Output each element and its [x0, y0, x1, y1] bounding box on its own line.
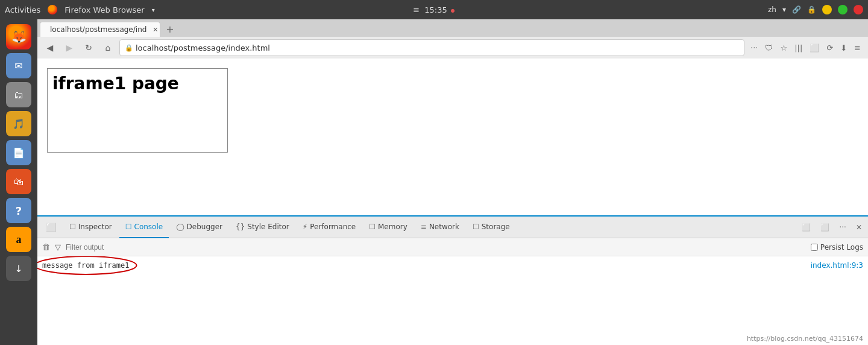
- console-label: Console: [134, 223, 163, 231]
- minimize-btn[interactable]: [822, 5, 832, 14]
- browser-window: localhost/postmessage/ind ✕ + ◀ ▶ ↻ ⌂ 🔒 …: [37, 19, 868, 345]
- lang-label[interactable]: zh: [768, 5, 776, 14]
- os-topbar-center: ≡ 15:35 ●: [413, 5, 455, 14]
- clock: 15:35: [424, 5, 447, 14]
- os-topbar-right: zh ▾ 🔗 🔒: [768, 5, 863, 14]
- inspector-label: Inspector: [78, 223, 112, 231]
- active-tab[interactable]: localhost/postmessage/ind ✕: [40, 22, 160, 37]
- console-content: message from iframe1 index.html:9:3 http…: [37, 256, 868, 345]
- close-btn[interactable]: [854, 5, 863, 14]
- tab-close-button[interactable]: ✕: [153, 26, 158, 34]
- devtools-panel: ⬜ ☐ Inspector ☐ Console ◯ Debugger {} St…: [37, 215, 868, 345]
- persist-logs-checkbox[interactable]: [811, 244, 818, 251]
- tab-inspector[interactable]: ☐ Inspector: [63, 217, 118, 238]
- memory-icon: ☐: [369, 223, 376, 231]
- storage-label: Storage: [482, 223, 510, 231]
- sidebar-item-help[interactable]: ?: [6, 198, 31, 223]
- storage-icon: ☐: [473, 223, 479, 231]
- home-button[interactable]: ⌂: [100, 40, 116, 55]
- navigation-bar: ◀ ▶ ↻ ⌂ 🔒 localhost/postmessage/index.ht…: [37, 37, 868, 59]
- filter-icon: ▽: [55, 242, 61, 252]
- lock-icon: 🔒: [807, 5, 816, 14]
- sidebar-item-amazon[interactable]: a: [6, 227, 31, 252]
- console-toolbar: 🗑 ▽ Persist Logs: [37, 238, 868, 256]
- sidebar-item-files[interactable]: 🗂: [6, 82, 31, 107]
- devtools-right-controls: ⬜ ⬜ ··· ✕: [798, 222, 866, 233]
- debugger-icon: ◯: [176, 223, 184, 231]
- style-editor-icon: {}: [236, 223, 245, 231]
- tab-network[interactable]: ≡ Network: [415, 217, 465, 238]
- sidebar: 🦊 ✉ 🗂 🎵 📄 🛍 ? a ↓: [0, 19, 37, 345]
- new-tab-button[interactable]: +: [163, 22, 177, 37]
- dropdown-arrow[interactable]: ▾: [152, 7, 155, 13]
- debugger-label: Debugger: [187, 223, 222, 231]
- dock-side-button[interactable]: ⬜: [817, 222, 833, 233]
- console-message-text: message from iframe1: [42, 261, 130, 270]
- sidebar-item-music[interactable]: 🎵: [6, 111, 31, 136]
- secure-icon: 🔒: [125, 44, 133, 52]
- bookmark-button[interactable]: ☆: [778, 42, 790, 54]
- persist-logs-control: Persist Logs: [811, 243, 863, 252]
- back-button[interactable]: ◀: [42, 40, 58, 55]
- reader-view-button[interactable]: ⬜: [807, 42, 822, 54]
- console-entry: message from iframe1 index.html:9:3: [42, 259, 863, 272]
- network-icon: 🔗: [792, 5, 801, 14]
- reload-button[interactable]: ↻: [81, 40, 96, 55]
- page-content: iframe1 page: [37, 59, 868, 215]
- tab-bar: localhost/postmessage/ind ✕ +: [37, 19, 868, 37]
- tab-storage[interactable]: ☐ Storage: [467, 217, 516, 238]
- sync-button[interactable]: ⟳: [824, 42, 835, 54]
- devtools-toggle-button[interactable]: ⬜: [40, 217, 62, 238]
- recording-dot: ●: [451, 8, 455, 13]
- firefox-icon: [48, 5, 57, 14]
- sidebar-item-docs[interactable]: 📄: [6, 140, 31, 165]
- reader-mode-button[interactable]: |||: [792, 42, 805, 54]
- tab-console[interactable]: ☐ Console: [119, 217, 169, 238]
- os-topbar: Activities Firefox Web Browser ▾ ≡ 15:35…: [0, 0, 868, 19]
- tab-style-editor[interactable]: {} Style Editor: [230, 217, 295, 238]
- menu-button[interactable]: ≡: [852, 42, 863, 54]
- iframe-title: iframe1 page: [52, 74, 179, 93]
- devtools-tab-bar: ⬜ ☐ Inspector ☐ Console ◯ Debugger {} St…: [37, 217, 868, 238]
- nav-extra-buttons: ··· 🛡 ☆ ||| ⬜ ⟳ ⬇ ≡: [748, 42, 863, 54]
- maximize-btn[interactable]: [838, 5, 848, 14]
- dock-bottom-button[interactable]: ⬜: [798, 222, 814, 233]
- activities-label[interactable]: Activities: [5, 5, 40, 14]
- tab-debugger[interactable]: ◯ Debugger: [170, 217, 228, 238]
- pocket-button[interactable]: 🛡: [763, 42, 775, 54]
- url-text: localhost/postmessage/index.html: [136, 43, 739, 52]
- tab-title: localhost/postmessage/ind: [50, 25, 146, 34]
- iframe-box: iframe1 page: [47, 68, 228, 153]
- persist-logs-label: Persist Logs: [820, 243, 863, 252]
- forward-button[interactable]: ▶: [61, 40, 77, 55]
- sidebar-item-presentation[interactable]: 🛍: [6, 169, 31, 194]
- more-button[interactable]: ···: [748, 42, 760, 54]
- filter-input[interactable]: [66, 243, 806, 252]
- download-button[interactable]: ⬇: [838, 42, 849, 54]
- browser-app-label[interactable]: Firefox Web Browser: [64, 5, 144, 14]
- console-icon: ☐: [125, 223, 132, 231]
- sidebar-item-firefox[interactable]: 🦊: [6, 24, 31, 49]
- performance-label: Performance: [310, 223, 356, 231]
- console-source-link[interactable]: index.html:9:3: [811, 261, 863, 270]
- url-bar[interactable]: 🔒 localhost/postmessage/index.html: [119, 39, 744, 56]
- inspector-icon: ☐: [69, 223, 76, 231]
- close-devtools-button[interactable]: ✕: [852, 222, 866, 233]
- menu-icon: ≡: [413, 5, 420, 14]
- tab-performance[interactable]: ⚡ Performance: [297, 217, 362, 238]
- clear-console-button[interactable]: 🗑: [42, 242, 50, 252]
- memory-label: Memory: [378, 223, 407, 231]
- sidebar-item-arrow[interactable]: ↓: [6, 256, 31, 281]
- tab-memory[interactable]: ☐ Memory: [363, 217, 414, 238]
- network-icon: ≡: [421, 223, 427, 231]
- performance-icon: ⚡: [303, 223, 307, 231]
- lang-dropdown[interactable]: ▾: [782, 5, 786, 14]
- network-label: Network: [429, 223, 459, 231]
- console-message-wrapper: message from iframe1: [42, 261, 130, 270]
- more-options-button[interactable]: ···: [835, 222, 849, 233]
- style-editor-label: Style Editor: [247, 223, 289, 231]
- status-bar-url: https://blog.csdn.net/qq_43151674: [747, 335, 863, 343]
- sidebar-item-mail[interactable]: ✉: [6, 53, 31, 78]
- os-topbar-left: Activities Firefox Web Browser ▾: [5, 5, 155, 14]
